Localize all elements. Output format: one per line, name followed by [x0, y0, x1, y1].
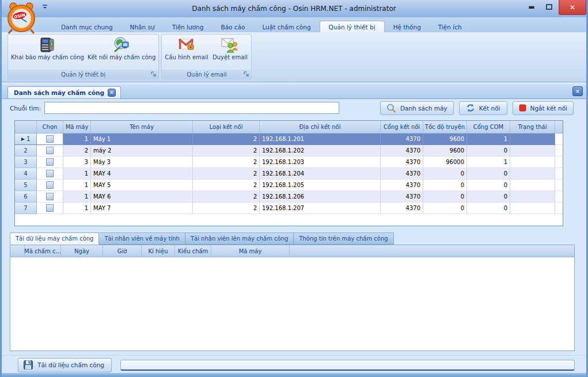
row-select-cell: [37, 157, 63, 168]
cell-cong_com: 0: [467, 203, 510, 214]
detail-column-header[interactable]: Mã máy: [211, 245, 290, 257]
ribbon-button-label: Cấu hình email: [165, 54, 208, 61]
machines-grid-row[interactable]: 22máy 22192.168.1.202437096000: [15, 145, 563, 157]
maximize-button[interactable]: [540, 0, 557, 14]
ribbon-group-email-buttons: Cấu hình email Duyệt email: [162, 35, 251, 70]
ribbon-button-label: Duyệt email: [213, 54, 248, 61]
machines-column-header[interactable]: Trạng thái: [510, 121, 555, 134]
browse-email-button[interactable]: Duyệt email: [210, 35, 250, 70]
row-select-cell: [37, 134, 63, 145]
ribbon-tab[interactable]: Báo cáo: [212, 21, 253, 32]
detail-column-header[interactable]: Giờ: [103, 245, 142, 257]
ribbon-tab[interactable]: Tiện ích: [430, 21, 471, 32]
declare-attendance-machine-button[interactable]: Khai báo máy chấm công: [9, 35, 86, 70]
cell-ma_may: 2: [63, 145, 91, 157]
cell-cong_com: 1: [467, 134, 510, 145]
cell-trang_thai: [510, 180, 555, 191]
machines-grid-body: ▶11Máy 12192.168.1.20143709600122máy 221…: [15, 134, 563, 214]
cell-toc_do: 0: [423, 168, 467, 180]
machines-column-header[interactable]: Chọn: [37, 121, 63, 134]
detail-tab[interactable]: Tải dữ liệu máy chấm công: [10, 233, 99, 245]
download-attendance-data-button[interactable]: Tải dữ liệu chấm công: [18, 358, 112, 372]
row-checkbox[interactable]: [46, 193, 54, 200]
row-checkbox[interactable]: [46, 181, 54, 189]
machines-grid-row[interactable]: 71MAY 72192.168.1.207437000: [15, 203, 563, 214]
ribbon-tab[interactable]: Quản lý thiết bị: [320, 21, 385, 32]
disconnect-button[interactable]: Ngắt kết nối: [513, 101, 574, 115]
ribbon-tab[interactable]: Danh mục chung: [52, 21, 122, 32]
cell-dia_chi: 192.168.1.202: [260, 145, 381, 157]
ribbon-tab[interactable]: Tiền lương: [164, 21, 213, 32]
content-area: Danh sách máy chấm công ✕ ✕ Chuỗi tìm: D…: [2, 82, 586, 374]
row-filler: [555, 134, 563, 145]
connect-attendance-machine-button[interactable]: Kết nối máy chấm công: [86, 35, 157, 70]
machines-grid-row[interactable]: ▶11Máy 12192.168.1.201437096001: [15, 134, 563, 145]
document-tab-close-icon[interactable]: ✕: [108, 89, 116, 97]
machines-column-header[interactable]: Cổng COM: [467, 121, 510, 134]
document-tab-label: Danh sách máy chấm công: [14, 89, 104, 96]
cell-ten_may: MAY 5: [91, 180, 193, 191]
machines-column-header[interactable]: Mã máy: [63, 121, 91, 134]
panel-close-icon[interactable]: ✕: [572, 86, 583, 96]
detail-column-header[interactable]: Kiểu chấm: [175, 245, 211, 257]
close-button[interactable]: ✕: [559, 0, 586, 15]
search-label: Chuỗi tìm:: [10, 105, 41, 112]
row-checkbox[interactable]: [46, 147, 54, 154]
cell-cong_com: 0: [467, 180, 510, 191]
cell-ma_may: 1: [63, 180, 91, 191]
machines-grid-row[interactable]: 41MAY 42192.168.1.204437000: [15, 168, 563, 180]
app-logo-clock-icon[interactable]: OSIN: [5, 1, 37, 34]
cell-toc_do: 9600: [423, 134, 467, 145]
search-row: Chuỗi tìm: Danh sách máy: [2, 99, 586, 117]
row-checkbox[interactable]: [46, 158, 54, 166]
cell-toc_do: 0: [423, 191, 467, 203]
machines-grid-corner-cell: [15, 121, 37, 134]
cell-dia_chi: 192.168.1.201: [260, 134, 381, 145]
machines-column-header[interactable]: Địa chỉ kết nối: [260, 121, 381, 134]
detail-column-header[interactable]: Mã chấm c...: [25, 245, 61, 257]
machines-column-header[interactable]: Tên máy: [91, 121, 193, 134]
document-tab-machine-list[interactable]: Danh sách máy chấm công ✕: [7, 86, 121, 98]
detail-tab[interactable]: Tải nhân viên về máy tính: [99, 233, 185, 245]
search-input[interactable]: [44, 102, 339, 114]
machines-column-header[interactable]: Loại kết nối: [193, 121, 260, 134]
detail-tab[interactable]: Tải nhân viên lên máy chấm công: [185, 233, 294, 245]
detail-column-header[interactable]: Ngày: [61, 245, 103, 257]
cell-loai_ket_noi: 2: [193, 203, 260, 214]
cell-toc_do: 0: [423, 203, 467, 214]
minimize-button[interactable]: ▬: [523, 0, 540, 14]
machines-column-header[interactable]: Cổng kết nối: [381, 121, 423, 134]
ribbon-tab[interactable]: Luật chấm công: [253, 21, 319, 32]
dialog-launcher-icon[interactable]: [150, 71, 157, 77]
ribbon-tab[interactable]: Hệ thống: [385, 21, 430, 32]
dialog-launcher-icon[interactable]: [243, 71, 249, 77]
row-checkbox[interactable]: [46, 135, 54, 143]
row-select-cell: [37, 180, 63, 191]
cell-cong_ket_noi: 4370: [381, 134, 423, 145]
cell-trang_thai: [510, 168, 555, 180]
cell-ma_may: 1: [63, 134, 91, 145]
button-label: Kết nối: [479, 105, 500, 112]
configure-email-button[interactable]: Cấu hình email: [163, 35, 210, 70]
connect-button[interactable]: Kết nối: [459, 101, 507, 115]
cell-ten_may: máy 2: [91, 145, 193, 157]
ribbon-button-label: Khai báo máy chấm công: [11, 54, 84, 61]
machines-header-filler: [555, 121, 563, 134]
sync-icon: [466, 104, 475, 112]
machines-column-header[interactable]: Tốc độ truyền: [423, 121, 467, 134]
cell-loai_ket_noi: 2: [193, 134, 260, 145]
row-checkbox[interactable]: [46, 170, 54, 177]
detail-column-header[interactable]: Kí hiệu: [142, 245, 175, 257]
button-label: Ngắt kết nối: [530, 105, 567, 112]
cell-cong_com: 1: [467, 157, 510, 168]
machines-grid-row[interactable]: 51MAY 52192.168.1.205437000: [15, 180, 563, 191]
row-checkbox[interactable]: [46, 204, 54, 212]
machine-list-button[interactable]: Danh sách máy: [380, 101, 454, 115]
machines-grid-row[interactable]: 61MAY 62192.168.1.206437000: [15, 191, 563, 203]
machines-grid-row[interactable]: 33Máy 32192.168.1.2034370960001: [15, 157, 563, 168]
cell-ma_may: 1: [63, 191, 91, 203]
ribbon-tab[interactable]: Nhân sự: [122, 21, 164, 32]
quick-access-chevron-icon[interactable]: [41, 3, 49, 10]
detail-tab[interactable]: Thông tin trên máy chấm công: [294, 233, 393, 245]
detail-tab-list: Tải dữ liệu máy chấm côngTải nhân viên v…: [10, 231, 586, 245]
